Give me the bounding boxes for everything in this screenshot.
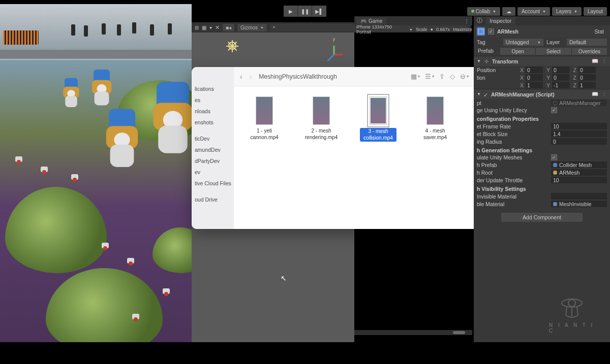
visible-material-field[interactable]: MeshInvisible xyxy=(551,201,607,207)
prefab-select-button[interactable]: Select xyxy=(536,48,571,55)
sidebar-item[interactable]: nloads xyxy=(192,107,234,116)
play-button[interactable]: ▶ xyxy=(284,6,298,17)
invisible-material-field[interactable] xyxy=(551,193,607,200)
component-transform: ▼ ⊹ Transform 📖⋮ Position X0 Y0 Z0 tion … xyxy=(474,56,610,89)
rot-x-field[interactable]: 0 xyxy=(526,74,543,81)
mesh-root-field[interactable]: ARMesh xyxy=(551,169,607,176)
prefab-overrides-button[interactable]: Overrides xyxy=(572,48,607,55)
sidebar-item[interactable]: enshots xyxy=(192,118,234,127)
rot-y-field[interactable]: 0 xyxy=(552,74,569,81)
component-enabled-checkbox[interactable]: ✓ xyxy=(483,92,489,97)
tab-game[interactable]: 🎮Game xyxy=(356,17,386,25)
playback-controls: ▶ ❚❚ ▶▌ xyxy=(284,6,326,17)
tool-icon[interactable]: ▦ xyxy=(202,25,206,30)
cloud-button[interactable]: ☁ xyxy=(502,7,515,16)
finder-toolbar: ‹ › MeshingPhysicsWalkthrough ▦▾ ☰▾ ⇪ ◇ … xyxy=(234,67,488,86)
component-menu-icon[interactable]: ⋮ xyxy=(601,58,607,64)
sidebar-item[interactable] xyxy=(192,129,234,132)
scale-slider[interactable]: ● xyxy=(431,27,433,32)
sidebar-item[interactable]: amundDev xyxy=(192,145,234,154)
finder-main: ‹ › MeshingPhysicsWalkthrough ▦▾ ☰▾ ⇪ ◇ … xyxy=(234,67,488,229)
radius-field[interactable]: 0 xyxy=(551,138,607,145)
active-checkbox[interactable]: ✓ xyxy=(488,28,494,35)
tool-icon[interactable]: ▾ xyxy=(209,25,212,30)
fold-icon[interactable]: ▼ xyxy=(477,59,481,63)
component-menu-icon[interactable]: ⋮ xyxy=(601,91,607,97)
inspector-icon: ⓘ xyxy=(477,17,482,24)
account-dropdown[interactable]: Account▼ xyxy=(517,7,550,16)
close-icon[interactable]: ✕ xyxy=(215,24,220,31)
tags-button[interactable]: ◇ xyxy=(450,73,455,80)
niantic-logo: N I A N T I C xyxy=(549,294,595,334)
view-list-button[interactable]: ☰▾ xyxy=(425,73,434,80)
tool-icon[interactable]: ⊞ xyxy=(195,25,199,30)
tab-inspector[interactable]: Inspector xyxy=(485,17,515,25)
scl-y-field[interactable]: -1 xyxy=(552,82,569,88)
view-icons-button[interactable]: ▦▾ xyxy=(411,73,420,80)
mesh-prefab-field[interactable]: Collider Mesh xyxy=(551,161,607,168)
inspector-tabbar: ⓘ Inspector xyxy=(474,16,610,25)
file-item[interactable]: 2 - mesh rendering.mp4 xyxy=(303,96,340,141)
top-right-toolbar: Collab▼ ☁ Account▼ Layers▼ Layout xyxy=(467,7,607,16)
unity-meshes-checkbox[interactable]: ✓ xyxy=(551,154,557,160)
sidebar-item[interactable]: tive Cloud Files xyxy=(192,179,234,188)
maximize-toggle[interactable]: Maximize xyxy=(453,27,472,32)
pos-y-field[interactable]: 0 xyxy=(552,67,569,73)
layers-dropdown[interactable]: Layers▼ xyxy=(552,7,582,16)
gizmos-dropdown[interactable]: Gizmos▼ xyxy=(237,24,267,31)
finder-sidebar: lications es nloads enshots ticDev amund… xyxy=(192,67,234,229)
lifecycle-checkbox[interactable]: ✓ xyxy=(551,107,557,113)
prefab-open-button[interactable]: Open xyxy=(500,48,536,55)
file-item[interactable]: 4 - mesh saver.mp4 xyxy=(417,96,453,141)
sidebar-item[interactable]: oud Drive xyxy=(192,195,234,204)
cursor-icon: ↖ xyxy=(281,274,287,282)
svg-line-2 xyxy=(566,306,567,315)
rotation-label: tion xyxy=(477,75,516,81)
ar-preview-video xyxy=(0,4,192,342)
object-name-field[interactable]: ARMesh xyxy=(497,28,518,35)
display-dropdown[interactable]: iPhone 1334x750 Portrait▼ xyxy=(356,24,413,35)
pos-z-field[interactable]: 0 xyxy=(578,67,596,73)
file-item[interactable]: 1 - yeti cannon.mp4 xyxy=(246,96,283,141)
gameobject-icon[interactable] xyxy=(477,27,485,36)
scl-x-field[interactable]: 1 xyxy=(526,82,543,88)
tab-menu-icon[interactable]: ⋮ xyxy=(464,18,472,24)
pos-x-field[interactable]: 0 xyxy=(526,67,543,73)
fold-icon[interactable]: ▼ xyxy=(477,92,481,96)
camera-toggle[interactable]: ■◂ xyxy=(223,24,234,31)
pause-button[interactable]: ❚❚ xyxy=(298,6,312,17)
actions-button[interactable]: ⊖▾ xyxy=(460,73,469,80)
scl-z-field[interactable]: 1 xyxy=(578,82,596,88)
layout-dropdown[interactable]: Layout xyxy=(584,7,607,16)
share-button[interactable]: ⇪ xyxy=(439,73,445,80)
block-size-field[interactable]: 1.4 xyxy=(551,130,607,137)
sidebar-item[interactable] xyxy=(192,190,234,193)
sidebar-item[interactable]: lications xyxy=(192,84,234,93)
directional-light-icon xyxy=(222,36,242,56)
static-dropdown[interactable]: Stat xyxy=(591,28,607,35)
reference-icon[interactable]: 📖 xyxy=(592,91,598,97)
collab-dropdown[interactable]: Collab▼ xyxy=(467,7,500,16)
file-item-selected[interactable]: 3 - mesh collision.mp4 xyxy=(360,96,396,142)
game-scrollbar[interactable] xyxy=(354,330,472,335)
prefab-label: Prefab xyxy=(477,48,500,55)
layer-dropdown[interactable]: Default xyxy=(567,39,607,46)
finder-window: lications es nloads enshots ticDev amund… xyxy=(192,67,488,229)
forward-button[interactable]: › xyxy=(250,73,252,81)
sidebar-item[interactable]: dPartyDev xyxy=(192,156,234,166)
rot-z-field[interactable]: 0 xyxy=(578,74,596,81)
frame-rate-field[interactable]: 10 xyxy=(551,123,607,129)
component-armeshmanager: ▼ ✓ ARMeshManager (Script) 📖⋮ pt ARMeshM… xyxy=(474,89,610,208)
reference-icon[interactable]: 📖 xyxy=(592,58,598,64)
sidebar-item[interactable]: ticDev xyxy=(192,134,234,143)
sidebar-item[interactable]: es xyxy=(192,95,234,105)
step-button[interactable]: ▶▌ xyxy=(312,6,326,17)
svg-point-1 xyxy=(568,300,575,307)
scene-orientation-gizmo[interactable]: y xyxy=(323,43,345,65)
tag-dropdown[interactable]: Untagged▼ xyxy=(503,39,543,46)
sidebar-item[interactable]: ev xyxy=(192,168,234,177)
finder-title: MeshingPhysicsWalkthrough xyxy=(259,73,337,80)
add-component-button[interactable]: Add Component xyxy=(501,213,583,222)
back-button[interactable]: ‹ xyxy=(240,73,242,81)
throttle-field[interactable]: 10 xyxy=(551,177,607,183)
